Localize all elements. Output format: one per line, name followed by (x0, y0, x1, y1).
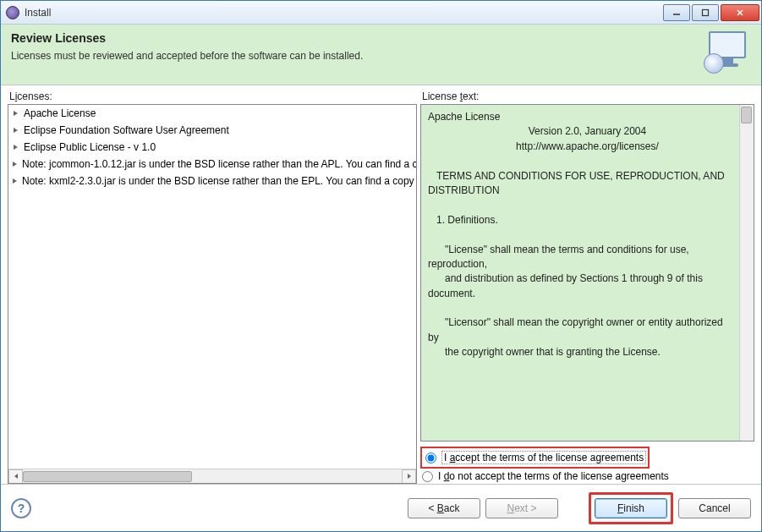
scroll-thumb[interactable] (23, 471, 192, 482)
license-text-area[interactable]: Apache License Version 2.0, January 2004… (420, 104, 754, 442)
horizontal-scrollbar[interactable] (8, 469, 416, 483)
accept-label[interactable]: I accept the terms of the license agreem… (441, 451, 646, 464)
expand-icon[interactable] (12, 126, 20, 134)
maximize-button[interactable] (692, 4, 719, 21)
svg-marker-10 (408, 474, 411, 479)
tree-item[interactable]: Eclipse Foundation Software User Agreeme… (8, 122, 416, 139)
app-icon (6, 6, 19, 19)
accept-radio[interactable] (425, 452, 436, 463)
vertical-scrollbar[interactable] (739, 105, 754, 441)
back-button[interactable]: < Back (408, 498, 480, 518)
tree-item[interactable]: Apache License (8, 105, 416, 122)
tree-item[interactable]: Note: kxml2-2.3.0.jar is under the BSD l… (8, 173, 416, 189)
expand-icon[interactable] (12, 177, 19, 185)
help-button[interactable]: ? (11, 498, 31, 518)
page-subtitle: Licenses must be reviewed and accepted b… (11, 50, 363, 62)
wizard-header: Review Licenses Licenses must be reviewe… (1, 25, 761, 85)
svg-marker-5 (14, 128, 18, 133)
install-icon (705, 31, 751, 74)
wizard-footer: ? < Back Next > Finish Cancel (1, 484, 761, 531)
license-body: Apache License Version 2.0, January 2004… (428, 110, 747, 360)
cancel-button[interactable]: Cancel (678, 498, 751, 518)
page-title: Review Licenses (11, 31, 363, 45)
license-text-label: License text: (420, 90, 754, 102)
tree-item[interactable]: Eclipse Public License - v 1.0 (8, 139, 416, 156)
licenses-label: Licenses: (8, 90, 417, 102)
decline-radio[interactable] (422, 471, 433, 482)
decline-label[interactable]: I do not accept the terms of the license… (438, 470, 669, 482)
finish-button[interactable]: Finish (595, 498, 667, 518)
svg-marker-7 (13, 162, 17, 167)
svg-rect-1 (703, 9, 709, 15)
license-accept-group: I accept the terms of the license agreem… (420, 447, 754, 484)
svg-marker-6 (14, 145, 18, 150)
svg-marker-8 (13, 178, 17, 184)
svg-marker-4 (14, 111, 18, 116)
titlebar[interactable]: Install (1, 1, 761, 25)
scroll-thumb[interactable] (741, 107, 752, 123)
next-button: Next > (485, 498, 558, 518)
svg-marker-9 (14, 474, 18, 479)
expand-icon[interactable] (12, 160, 19, 168)
licenses-tree[interactable]: Apache License Eclipse Foundation Softwa… (8, 104, 417, 484)
close-button[interactable] (721, 4, 759, 21)
scroll-right-icon[interactable] (402, 469, 416, 484)
window-title: Install (25, 7, 51, 19)
minimize-button[interactable] (663, 4, 690, 21)
tree-item[interactable]: Note: jcommon-1.0.12.jar is under the BS… (8, 156, 416, 173)
install-dialog: Install Review Licenses Licenses must be… (0, 0, 762, 532)
scroll-left-icon[interactable] (8, 469, 23, 484)
expand-icon[interactable] (12, 109, 20, 118)
expand-icon[interactable] (12, 143, 20, 151)
